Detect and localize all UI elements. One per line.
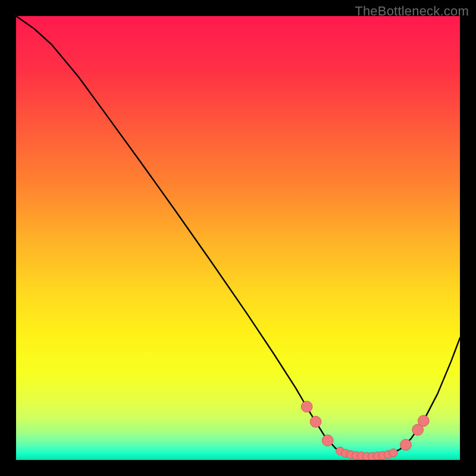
plot-area [16, 16, 460, 460]
curve-marker [400, 439, 412, 450]
watermark-text: TheBottleneck.com [355, 4, 469, 19]
curve-marker [418, 415, 429, 427]
plot-svg [16, 16, 460, 460]
chart-stage: TheBottleneck.com [0, 0, 476, 476]
curve-marker [322, 435, 333, 446]
curve-marker [310, 416, 321, 428]
curve-marker [389, 449, 397, 457]
curve-marker [301, 401, 312, 412]
